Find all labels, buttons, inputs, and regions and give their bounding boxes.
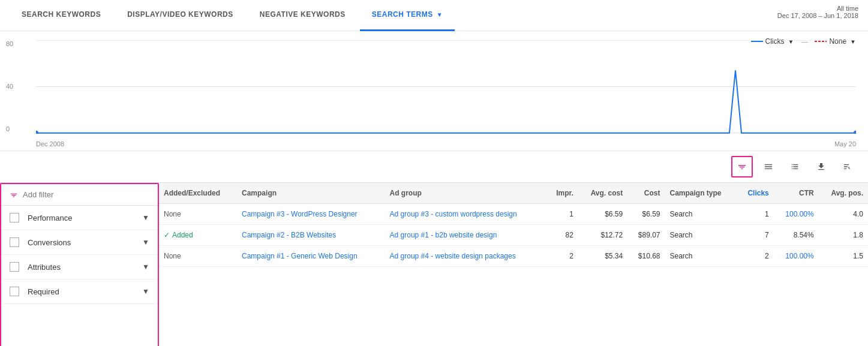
svg-point-4: [36, 131, 38, 134]
top-nav: SEARCH KEYWORDS DISPLAY/VIDEO KEYWORDS N…: [0, 0, 868, 31]
cell-cost-1: $89.07: [627, 225, 665, 246]
filter-item-required[interactable]: Required ▼: [1, 279, 158, 304]
adgroup-link-2[interactable]: Ad group #4 - website design packages: [390, 252, 516, 260]
table-row: ✓ Added Campaign #2 - B2B Websites Ad gr…: [159, 225, 868, 246]
tab-negative-keywords[interactable]: NEGATIVE KEYWORDS: [248, 0, 358, 31]
cell-avgcost-0: $6.59: [578, 204, 627, 225]
col-clicks: Clicks: [737, 183, 774, 204]
cell-avgcost-2: $5.34: [578, 246, 627, 267]
col-campaign: Campaign: [237, 183, 385, 204]
download-button[interactable]: [810, 156, 832, 177]
attributes-label: Attributes: [28, 263, 142, 272]
table-row: None Campaign #3 - WordPress Designer Ad…: [159, 204, 868, 225]
filter-header: [1, 184, 158, 206]
cell-avgpos-0: 4.0: [819, 204, 868, 225]
campaign-link-0[interactable]: Campaign #3 - WordPress Designer: [242, 210, 358, 218]
col-cost: Cost: [627, 183, 665, 204]
filter-item-conversions[interactable]: Conversions ▼: [1, 230, 158, 255]
cell-campaigntype-2: Search: [665, 246, 738, 267]
required-label: Required: [28, 287, 142, 296]
date-range: All time Dec 17, 2008 – Jun 1, 2018: [777, 5, 858, 19]
cell-avgpos-2: 1.5: [819, 246, 868, 267]
table-row: None Campaign #1 - Generic Web Design Ad…: [159, 246, 868, 267]
cell-cost-0: $6.59: [627, 204, 665, 225]
cell-campaigntype-1: Search: [665, 225, 738, 246]
cell-campaigntype-0: Search: [665, 204, 738, 225]
cell-campaign-1: Campaign #2 - B2B Websites: [237, 225, 385, 246]
cell-added-1: ✓ Added: [159, 225, 237, 246]
filter-search-input[interactable]: [23, 190, 149, 199]
col-avg-pos: Avg. pos.: [819, 183, 868, 204]
conversions-expand-icon[interactable]: ▼: [142, 238, 149, 246]
cell-impr-1: 82: [546, 225, 578, 246]
chart-x-labels: Dec 2008 May 20: [36, 140, 856, 148]
col-ctr: CTR: [774, 183, 819, 204]
cell-adgroup-2: Ad group #4 - website design packages: [385, 246, 547, 267]
columns-button[interactable]: [758, 156, 779, 177]
search-terms-dropdown-arrow[interactable]: ▼: [437, 11, 443, 18]
svg-point-5: [854, 131, 856, 134]
cell-added-2: None: [159, 246, 237, 267]
conversions-checkbox[interactable]: [10, 237, 19, 247]
cell-clicks-1: 7: [737, 225, 774, 246]
filter-item-performance[interactable]: Performance ▼: [1, 206, 158, 230]
attributes-expand-icon[interactable]: ▼: [142, 263, 149, 271]
filter-sidebar: Performance ▼ Conversions ▼ Attributes ▼…: [0, 183, 159, 346]
col-avg-cost: Avg. cost: [578, 183, 627, 204]
tab-search-keywords[interactable]: SEARCH KEYWORDS: [10, 0, 113, 31]
table-area: Added/Excluded Campaign Ad group Impr. A…: [159, 183, 868, 346]
cell-impr-0: 1: [546, 204, 578, 225]
cell-added-0: None: [159, 204, 237, 225]
performance-label: Performance: [28, 213, 142, 222]
cell-campaign-0: Campaign #3 - WordPress Designer: [237, 204, 385, 225]
schedule-icon: [843, 162, 852, 172]
schedule-button[interactable]: [837, 156, 858, 177]
conversions-label: Conversions: [28, 238, 142, 247]
attributes-checkbox[interactable]: [10, 262, 19, 272]
download-icon: [816, 162, 826, 172]
col-impr: Impr.: [546, 183, 578, 204]
cell-avgcost-1: $12.72: [578, 225, 627, 246]
chart-svg: [36, 40, 856, 134]
toolbar-row: [0, 151, 868, 183]
cell-cost-2: $10.68: [627, 246, 665, 267]
cell-ctr-2: 100.00%: [774, 246, 819, 267]
cell-clicks-0: 1: [737, 204, 774, 225]
filter-icon: [737, 162, 747, 172]
cell-ctr-0: 100.00%: [774, 204, 819, 225]
data-table: Added/Excluded Campaign Ad group Impr. A…: [159, 183, 868, 267]
cell-clicks-2: 2: [737, 246, 774, 267]
col-added-excluded: Added/Excluded: [159, 183, 237, 204]
cell-impr-2: 2: [546, 246, 578, 267]
col-campaign-type: Campaign type: [665, 183, 738, 204]
chart-area: Clicks ▼ — None ▼ 80 40 0 Dec 2008 May 2…: [0, 31, 868, 151]
segment-button[interactable]: [784, 156, 806, 177]
filter-button[interactable]: [731, 156, 753, 177]
tab-display-video-keywords[interactable]: DISPLAY/VIDEO KEYWORDS: [115, 0, 245, 31]
performance-expand-icon[interactable]: ▼: [142, 213, 149, 222]
segment-icon: [790, 162, 800, 172]
performance-checkbox[interactable]: [10, 213, 19, 222]
cell-adgroup-1: Ad group #1 - b2b website design: [385, 225, 547, 246]
table-header-row: Added/Excluded Campaign Ad group Impr. A…: [159, 183, 868, 204]
filter-header-icon: [10, 191, 18, 199]
checkmark-icon: ✓: [164, 231, 170, 239]
chart-y-labels: 80 40 0: [6, 40, 13, 133]
required-expand-icon[interactable]: ▼: [142, 287, 149, 296]
adgroup-link-1[interactable]: Ad group #1 - b2b website design: [390, 231, 497, 239]
cell-avgpos-1: 1.8: [819, 225, 868, 246]
cell-ctr-1: 8.54%: [774, 225, 819, 246]
cell-adgroup-0: Ad group #3 - custom wordpress design: [385, 204, 547, 225]
campaign-link-1[interactable]: Campaign #2 - B2B Websites: [242, 231, 336, 239]
cell-campaign-2: Campaign #1 - Generic Web Design: [237, 246, 385, 267]
required-checkbox[interactable]: [10, 287, 19, 296]
main-content: Performance ▼ Conversions ▼ Attributes ▼…: [0, 183, 868, 346]
filter-item-attributes[interactable]: Attributes ▼: [1, 255, 158, 279]
campaign-link-2[interactable]: Campaign #1 - Generic Web Design: [242, 252, 358, 260]
tab-search-terms[interactable]: SEARCH TERMS ▼: [360, 0, 455, 31]
columns-icon: [764, 162, 773, 172]
col-ad-group: Ad group: [385, 183, 547, 204]
adgroup-link-0[interactable]: Ad group #3 - custom wordpress design: [390, 210, 517, 218]
